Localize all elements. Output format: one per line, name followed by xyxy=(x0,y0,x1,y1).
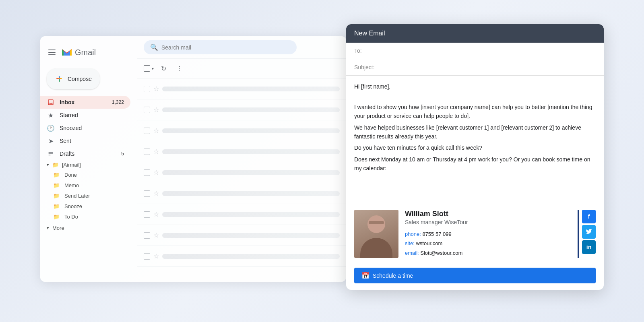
signature-title: Sales manager WiseTour xyxy=(405,219,571,225)
compose-window: New Email To: Subject: Hi [first name], … xyxy=(346,24,604,290)
email-checkbox-8[interactable] xyxy=(144,232,150,239)
email-content-4 xyxy=(162,149,340,154)
email-checkbox-2[interactable] xyxy=(144,107,150,113)
todo-folder-icon: 📁 xyxy=(53,213,60,220)
sidebar-item-sent[interactable]: ➤ Sent xyxy=(40,134,130,147)
to-label: To: xyxy=(354,47,378,54)
compose-plus-icon xyxy=(55,74,64,84)
hamburger-menu[interactable] xyxy=(47,48,57,57)
select-checkbox-area[interactable]: ▾ xyxy=(144,65,154,72)
email-row-9[interactable]: ☆ xyxy=(137,246,346,267)
email-checkbox-1[interactable] xyxy=(144,86,150,92)
inbox-icon xyxy=(47,98,55,106)
done-folder-icon: 📁 xyxy=(53,171,60,178)
to-input[interactable] xyxy=(382,47,596,54)
email-checkbox-6[interactable] xyxy=(144,190,150,197)
email-row-5[interactable]: ☆ xyxy=(137,162,346,183)
more-section[interactable]: ▾ More xyxy=(40,223,137,233)
sidebar-item-send-later[interactable]: 📁 Send Later xyxy=(40,190,130,201)
drafts-badge: 5 xyxy=(121,151,124,157)
signature-info: William Slott Sales manager WiseTour pho… xyxy=(405,210,571,258)
email-signature: William Slott Sales manager WiseTour pho… xyxy=(354,203,596,258)
email-row-3[interactable]: ☆ xyxy=(137,120,346,141)
email-star-5[interactable]: ☆ xyxy=(153,169,159,176)
email-star-8[interactable]: ☆ xyxy=(153,231,159,239)
email-star-6[interactable]: ☆ xyxy=(153,190,159,197)
twitter-button[interactable] xyxy=(582,225,596,239)
airmail-section[interactable]: ▾ 📁 [Airmail] xyxy=(40,160,137,169)
greeting-text: Hi [first name], xyxy=(354,82,596,91)
site-value: wstour.com xyxy=(416,240,442,246)
snooze-label: Snooze xyxy=(64,203,82,209)
signature-name: William Slott xyxy=(405,210,571,218)
starred-icon: ★ xyxy=(47,111,55,119)
email-star-1[interactable]: ☆ xyxy=(153,85,159,93)
person-head xyxy=(367,215,385,233)
sidebar-item-inbox[interactable]: Inbox 1,322 xyxy=(40,96,130,109)
email-checkbox-4[interactable] xyxy=(144,149,150,155)
drafts-label: Drafts xyxy=(60,151,74,157)
compose-email-body[interactable]: Hi [first name], I wanted to show you ho… xyxy=(346,76,604,196)
email-checkbox-3[interactable] xyxy=(144,128,150,134)
body-paragraph-2: We have helped businesses like [relevant… xyxy=(354,123,596,141)
more-label: More xyxy=(52,225,64,231)
snoozed-label: Snoozed xyxy=(60,125,82,131)
email-checkbox-7[interactable] xyxy=(144,211,150,218)
compose-title: New Email xyxy=(354,30,385,37)
linkedin-button[interactable]: in xyxy=(582,240,596,254)
email-label: email: xyxy=(405,250,419,256)
sidebar-item-snoozed[interactable]: 🕐 Snoozed xyxy=(40,122,130,134)
schedule-button-label: Schedule a time xyxy=(373,272,413,279)
folder-icon: 📁 xyxy=(52,162,59,168)
email-checkbox-9[interactable] xyxy=(144,253,150,260)
email-checkbox-5[interactable] xyxy=(144,169,150,176)
email-value: Slott@wstour.com xyxy=(420,250,462,256)
sidebar-item-drafts[interactable]: Drafts 5 xyxy=(40,147,130,160)
refresh-button[interactable]: ↻ xyxy=(157,62,170,75)
sidebar-item-starred[interactable]: ★ Starred xyxy=(40,109,130,122)
email-star-2[interactable]: ☆ xyxy=(153,106,159,114)
inbox-label: Inbox xyxy=(60,99,74,105)
email-row-8[interactable]: ☆ xyxy=(137,225,346,246)
gmail-m-icon xyxy=(60,46,73,59)
inbox-badge: 1,322 xyxy=(112,99,124,105)
email-row-4[interactable]: ☆ xyxy=(137,141,346,162)
signature-contact: phone: 8755 57 099 site: wstour.com emai… xyxy=(405,229,571,258)
memo-label: Memo xyxy=(64,182,79,188)
search-input[interactable] xyxy=(161,44,290,51)
email-star-4[interactable]: ☆ xyxy=(153,148,159,155)
to-field-row: To: xyxy=(346,43,604,59)
sidebar-item-done[interactable]: 📁 Done xyxy=(40,169,130,180)
gmail-search-area: 🔍 xyxy=(137,36,346,59)
sidebar-item-todo[interactable]: 📁 To Do xyxy=(40,211,130,222)
email-star-9[interactable]: ☆ xyxy=(153,252,159,260)
select-all-checkbox[interactable] xyxy=(144,65,150,72)
search-bar[interactable]: 🔍 xyxy=(144,40,297,54)
email-row-7[interactable]: ☆ xyxy=(137,204,346,225)
sidebar-item-snooze[interactable]: 📁 Snooze xyxy=(40,201,130,211)
compose-body: To: Subject: Hi [first name], I wanted t… xyxy=(346,43,604,290)
compose-button[interactable]: Compose xyxy=(47,68,100,89)
schedule-calendar-icon: 📅 xyxy=(361,272,369,279)
phone-label: phone: xyxy=(405,231,421,237)
email-row-6[interactable]: ☆ xyxy=(137,183,346,204)
email-content-3 xyxy=(162,128,340,133)
twitter-icon xyxy=(586,228,592,236)
email-row-1[interactable]: ☆ xyxy=(137,78,346,99)
email-content-2 xyxy=(162,107,340,112)
gmail-main-panel: 🔍 ▾ ↻ ⋮ ☆ xyxy=(137,36,346,282)
sent-icon: ➤ xyxy=(47,137,55,145)
email-row-2[interactable]: ☆ xyxy=(137,99,346,120)
email-star-7[interactable]: ☆ xyxy=(153,211,159,218)
email-content-1 xyxy=(162,87,340,91)
select-arrow: ▾ xyxy=(152,66,154,71)
send-later-label: Send Later xyxy=(64,193,90,199)
sidebar-item-memo[interactable]: 📁 Memo xyxy=(40,180,130,190)
facebook-button[interactable]: f xyxy=(582,210,596,223)
more-options-button[interactable]: ⋮ xyxy=(173,62,186,75)
gmail-title-text: Gmail xyxy=(75,48,96,57)
subject-input[interactable] xyxy=(382,64,596,70)
schedule-button[interactable]: 📅 Schedule a time xyxy=(354,268,596,283)
compose-header: New Email xyxy=(346,24,604,43)
email-star-3[interactable]: ☆ xyxy=(153,127,159,134)
